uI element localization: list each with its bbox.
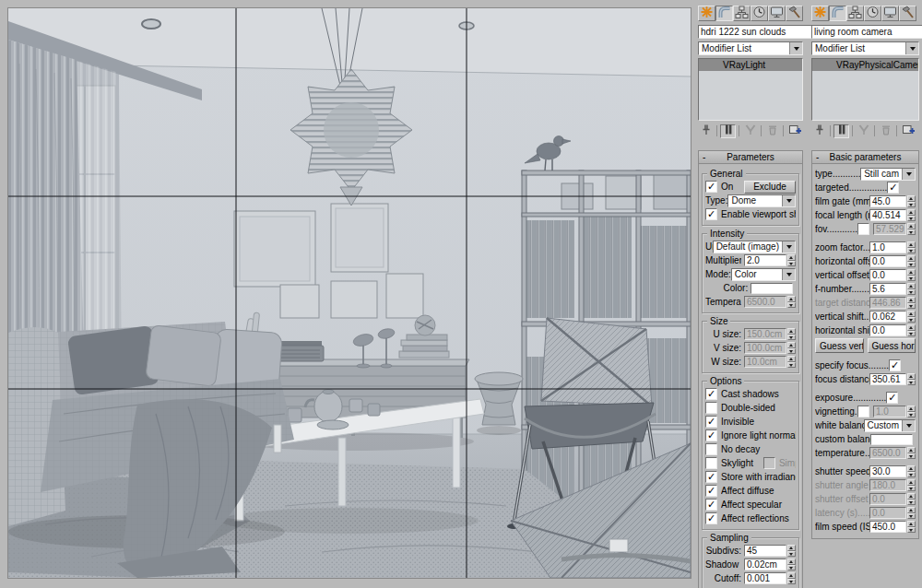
guess-horiz-button[interactable]: Guess horiz. [868,338,916,353]
spin-down-icon[interactable] [907,513,916,520]
spin-down-icon[interactable] [787,348,796,355]
modifier-list-dropdown[interactable]: Modifier List [811,41,919,55]
value-field[interactable]: 10.0cm [744,356,786,368]
show-end-result-button[interactable] [742,124,758,138]
guess-vert-button[interactable]: Guess vert. [815,338,864,353]
lock-stack-button[interactable] [720,124,736,138]
checkbox[interactable]: ✓ [705,208,717,220]
value-dropdown[interactable]: Custom [864,419,916,432]
spinner-control[interactable] [907,465,916,477]
spin-down-icon[interactable] [907,216,916,222]
spin-down-icon[interactable] [907,289,916,296]
spinner-control[interactable] [907,479,916,491]
spin-down-icon[interactable] [907,412,916,418]
tab-hierarchy[interactable] [733,6,751,21]
tab-motion[interactable] [751,6,768,21]
value-field[interactable]: 45 [744,545,786,557]
spin-down-icon[interactable] [787,551,796,558]
spinner-control[interactable] [907,255,916,267]
checkbox[interactable]: ✓ [705,471,717,483]
checkbox[interactable]: ✓ [705,499,717,511]
object-name-input[interactable] [811,25,922,39]
spin-down-icon[interactable] [907,229,916,236]
checkbox[interactable]: ✓ [889,359,901,371]
spin-down-icon[interactable] [907,248,916,254]
tab-motion[interactable] [864,6,881,21]
spinner-control[interactable] [907,447,916,459]
value-field[interactable]: 0.0 [869,269,906,281]
spin-down-icon[interactable] [787,565,796,571]
value-field[interactable]: 6500.0 [869,447,906,459]
modifier-list-dropdown[interactable]: Modifier List [698,41,803,55]
spinner-control[interactable] [787,572,796,584]
spin-down-icon[interactable] [907,303,916,310]
color-swatch[interactable] [870,434,913,445]
rollout-header-parameters[interactable]: - Parameters [699,151,802,164]
value-field[interactable]: 57.529 [873,223,906,235]
spinner-control[interactable] [787,328,796,340]
spinner-control[interactable] [907,195,916,207]
value-field[interactable]: 0.001 [744,572,786,584]
value-field[interactable]: 0.0 [869,493,906,505]
spinner-control[interactable] [787,296,796,308]
value-field[interactable]: 100.0cm [744,342,786,354]
tab-create[interactable] [698,6,715,21]
value-field[interactable]: 350.61 [869,373,906,385]
viewport-render[interactable] [7,7,692,579]
value-field[interactable]: 0.02cm [744,559,786,570]
spin-down-icon[interactable] [787,362,796,369]
spinner-control[interactable] [787,356,796,368]
value-dropdown[interactable]: Color [731,268,796,281]
value-field[interactable]: 6500.0 [744,296,786,308]
value-field[interactable]: 2.0 [744,254,786,266]
spinner-control[interactable] [907,223,916,235]
spin-down-icon[interactable] [907,500,916,506]
spinner-control[interactable] [907,269,916,281]
object-name-input[interactable] [698,25,825,39]
spin-down-icon[interactable] [907,202,916,208]
modifier-stack[interactable]: VRayPhysicalCamera [811,58,919,121]
value-dropdown[interactable]: Default (image) [713,241,796,253]
value-field[interactable]: 40.514 [869,209,906,221]
spinner-control[interactable] [787,559,796,570]
checkbox[interactable]: ✓ [887,182,899,194]
spinner-control[interactable] [907,297,916,309]
tab-utilities[interactable] [786,6,803,21]
value-field[interactable]: 450.0 [869,521,906,533]
tab-display[interactable] [768,6,786,21]
checkbox[interactable]: ✓ [705,429,717,441]
checkbox[interactable]: ✓ [886,392,898,404]
checkbox[interactable] [857,223,869,235]
color-swatch[interactable] [751,283,793,294]
configure-modifier-sets-button[interactable] [786,124,802,138]
spinner-control[interactable] [907,324,916,336]
spinner-control[interactable] [907,507,916,519]
value-field[interactable]: 446.86 [869,297,906,309]
spin-down-icon[interactable] [907,527,916,534]
modifier-stack[interactable]: VRayLight [698,58,803,121]
checkbox[interactable] [857,406,869,417]
spin-down-icon[interactable] [907,317,916,323]
spinner-control[interactable] [907,283,916,295]
tab-utilities[interactable] [899,6,916,21]
spinner-control[interactable] [907,373,916,385]
checkbox[interactable] [705,402,717,414]
value-field[interactable]: 0.0 [869,507,906,519]
value-field[interactable]: 0.0 [869,324,906,336]
remove-modifier-button[interactable] [878,124,893,138]
spin-down-icon[interactable] [787,302,796,309]
checkbox[interactable]: ✓ [705,388,717,400]
tab-modify[interactable] [829,6,846,21]
show-end-result-button[interactable] [856,124,871,138]
value-dropdown[interactable]: Still cam [860,168,916,181]
spin-down-icon[interactable] [787,579,796,585]
spin-down-icon[interactable] [907,262,916,268]
value-field[interactable]: 0.0 [869,255,906,267]
spin-down-icon[interactable] [907,486,916,492]
spinner-control[interactable] [907,521,916,533]
pin-stack-button[interactable] [698,124,714,138]
pin-stack-button[interactable] [811,124,827,138]
checkbox[interactable] [763,457,775,469]
value-field[interactable]: 150.0cm [744,328,786,340]
checkbox[interactable] [705,443,717,455]
